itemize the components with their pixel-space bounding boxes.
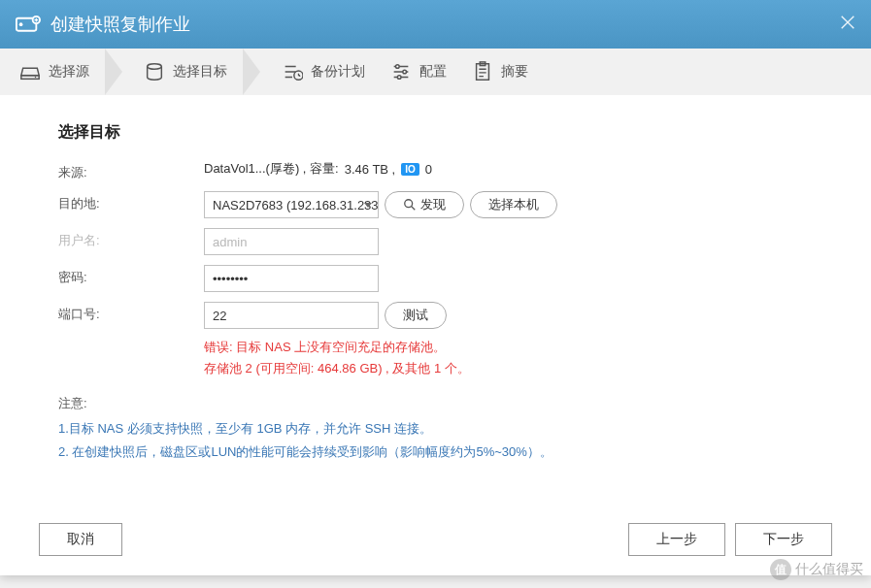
step-label: 摘要 (501, 63, 528, 81)
svg-point-9 (397, 76, 401, 80)
step-label: 配置 (419, 63, 447, 81)
previous-button[interactable]: 上一步 (628, 523, 725, 556)
note-1: 1.目标 NAS 必须支持快照，至少有 1GB 内存，并允许 SSH 连接。 (58, 420, 813, 438)
step-separator-icon (105, 49, 134, 95)
step-label: 选择目标 (173, 63, 227, 81)
select-local-button-label: 选择本机 (488, 196, 539, 213)
step-configure[interactable]: 配置 (381, 49, 462, 95)
step-separator-icon (243, 49, 272, 95)
io-count: 0 (425, 162, 432, 177)
dialog-window: 创建快照复制作业 选择源 选择目标 备份计划 (0, 0, 871, 575)
dialog-footer: 取消 上一步 下一步 (0, 513, 871, 575)
select-local-button[interactable]: 选择本机 (470, 191, 557, 218)
sliders-icon (390, 61, 412, 82)
dialog-content: 选择目标 来源: DataVol1...(厚卷) , 容量: 3.46 TB ,… (0, 95, 871, 513)
source-volume-text: DataVol1...(厚卷) , 容量: (204, 160, 339, 178)
cancel-button-label: 取消 (67, 531, 94, 546)
chevron-down-icon (364, 203, 372, 208)
notes-label: 注意: (58, 395, 813, 412)
step-select-target[interactable]: 选择目标 (134, 49, 243, 95)
clipboard-icon (472, 61, 493, 82)
port-row: 端口号: 测试 (58, 302, 813, 329)
step-label: 选择源 (49, 63, 89, 81)
svg-rect-3 (21, 76, 39, 80)
step-backup-plan[interactable]: 备份计划 (272, 49, 381, 95)
cylinder-icon (144, 61, 165, 82)
dialog-header: 创建快照复制作业 (0, 0, 871, 49)
error-message-1: 错误: 目标 NAS 上没有空间充足的存储池。 (204, 339, 813, 356)
step-label: 备份计划 (311, 63, 365, 81)
note-2: 2. 在创建快照后，磁盘区或LUN的性能可能会持续受到影响（影响幅度约为5%~3… (58, 443, 813, 461)
next-button[interactable]: 下一步 (735, 523, 832, 556)
destination-selected: NAS2D7683 (192.168.31.233 (213, 198, 379, 212)
username-label: 用户名: (58, 228, 204, 249)
disk-icon (19, 61, 41, 82)
cancel-button[interactable]: 取消 (39, 523, 122, 556)
previous-button-label: 上一步 (656, 531, 697, 546)
svg-point-4 (35, 77, 36, 78)
search-icon (403, 198, 417, 212)
discover-button[interactable]: 发现 (385, 191, 464, 218)
password-input[interactable] (204, 265, 379, 292)
next-button-label: 下一步 (763, 531, 804, 546)
svg-point-5 (148, 64, 162, 70)
password-row: 密码: (58, 265, 813, 292)
io-badge: IO (401, 163, 419, 176)
app-icon (16, 15, 41, 34)
dialog-title: 创建快照复制作业 (50, 13, 190, 36)
username-row: 用户名: (58, 228, 813, 255)
error-message-2: 存储池 2 (可用空间: 464.86 GB) , 及其他 1 个。 (204, 360, 813, 377)
discover-button-label: 发现 (420, 196, 446, 213)
close-icon[interactable] (838, 14, 857, 33)
username-input (204, 228, 379, 255)
schedule-icon (282, 61, 303, 82)
svg-point-8 (403, 70, 407, 74)
destination-dropdown[interactable]: NAS2D7683 (192.168.31.233 (204, 191, 379, 218)
test-button-label: 测试 (403, 307, 428, 324)
source-row: 来源: DataVol1...(厚卷) , 容量: 3.46 TB , IO 0 (58, 160, 813, 181)
destination-row: 目的地: NAS2D7683 (192.168.31.233 发现 选择本机 (58, 191, 813, 218)
test-button[interactable]: 测试 (385, 302, 447, 329)
source-label: 来源: (58, 160, 204, 181)
section-title: 选择目标 (58, 122, 813, 143)
svg-point-1 (19, 22, 23, 26)
password-label: 密码: (58, 265, 204, 286)
wizard-steps: 选择源 选择目标 备份计划 配置 摘要 (0, 49, 871, 95)
source-capacity-text: 3.46 TB , (345, 162, 396, 177)
svg-point-7 (396, 65, 400, 69)
step-select-source[interactable]: 选择源 (10, 49, 105, 95)
step-summary[interactable]: 摘要 (462, 49, 544, 95)
svg-point-12 (405, 200, 413, 208)
source-value: DataVol1...(厚卷) , 容量: 3.46 TB , IO 0 (204, 160, 813, 178)
error-block: 错误: 目标 NAS 上没有空间充足的存储池。 存储池 2 (可用空间: 464… (204, 339, 813, 377)
port-input[interactable] (204, 302, 379, 329)
port-label: 端口号: (58, 302, 204, 323)
destination-label: 目的地: (58, 191, 204, 212)
